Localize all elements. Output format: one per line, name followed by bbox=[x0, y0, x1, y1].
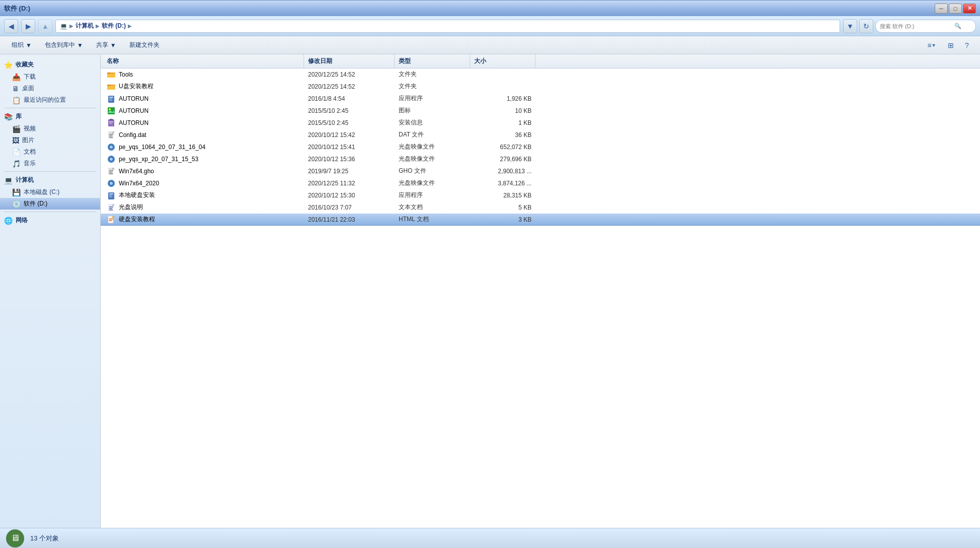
sidebar-header-computer[interactable]: 💻 计算机 bbox=[0, 174, 100, 186]
file-name: U盘安装教程 bbox=[103, 82, 304, 91]
table-row[interactable]: Win7x64_2020 2020/12/25 11:32 光盘映像文件 3,8… bbox=[101, 177, 980, 189]
column-header-size[interactable]: 大小 bbox=[470, 54, 536, 68]
address-bar: ◀ ▶ ▲ 💻 ▶ 计算机 ▶ 软件 (D:) ▶ ▼ ↻ 🔍 bbox=[0, 16, 980, 36]
svg-rect-14 bbox=[110, 119, 113, 120]
file-size: 3 KB bbox=[470, 216, 536, 223]
network-label: 网络 bbox=[16, 216, 28, 225]
file-date: 2020/12/25 14:52 bbox=[304, 83, 395, 90]
svg-rect-31 bbox=[112, 168, 114, 170]
video-icon: 🎬 bbox=[12, 125, 21, 133]
file-icon-5 bbox=[107, 118, 116, 127]
table-row[interactable]: AUTORUN 2015/5/10 2:45 图标 10 KB bbox=[101, 105, 980, 117]
file-type: 光盘映像文件 bbox=[395, 155, 470, 163]
sidebar-item-document[interactable]: 📄 文档 bbox=[0, 146, 100, 158]
new-folder-button[interactable]: 新建文件夹 bbox=[124, 39, 165, 52]
file-date: 2020/10/12 15:42 bbox=[304, 131, 395, 139]
address-path[interactable]: 💻 ▶ 计算机 ▶ 软件 (D:) ▶ bbox=[55, 20, 840, 33]
file-name: AUTORUN bbox=[103, 118, 304, 127]
sidebar-header-favorites[interactable]: ⭐ 收藏夹 bbox=[0, 58, 100, 71]
sidebar-item-downloads[interactable]: 📥 下载 bbox=[0, 71, 100, 83]
table-row[interactable]: Win7x64.gho 2019/9/7 19:25 GHO 文件 2,900,… bbox=[101, 165, 980, 177]
sidebar-item-disk-d[interactable]: 💿 软件 (D:) bbox=[0, 198, 100, 210]
view-dropdown-button[interactable]: ≡ ▼ bbox=[922, 39, 942, 52]
toolbar-right: ≡ ▼ ⊞ ? bbox=[922, 39, 974, 52]
organize-button[interactable]: 组织 ▼ bbox=[6, 39, 37, 52]
include-dropdown-icon: ▼ bbox=[77, 42, 83, 49]
sidebar-item-recent[interactable]: 📋 最近访问的位置 bbox=[0, 94, 100, 106]
library-icon: 📚 bbox=[4, 113, 13, 121]
svg-rect-15 bbox=[109, 121, 113, 122]
table-row[interactable]: 本地硬盘安装 2020/10/12 15:30 应用程序 28,315 KB bbox=[101, 189, 980, 201]
table-row[interactable]: AUTORUN 2016/1/8 4:54 应用程序 1,926 KB bbox=[101, 93, 980, 105]
file-date: 2016/1/8 4:54 bbox=[304, 95, 395, 102]
table-row[interactable]: Tools 2020/12/25 14:52 文件夹 bbox=[101, 68, 980, 81]
file-size: 10 KB bbox=[470, 107, 536, 114]
column-header-name[interactable]: 名称 bbox=[103, 54, 304, 68]
share-button[interactable]: 共享 ▼ bbox=[91, 39, 122, 52]
sidebar-item-music[interactable]: 🎵 音乐 bbox=[0, 158, 100, 169]
separator-1 bbox=[4, 108, 96, 108]
search-button[interactable]: 🔍 bbox=[952, 21, 963, 32]
sidebar-header-library[interactable]: 📚 库 bbox=[0, 110, 100, 123]
svg-rect-46 bbox=[109, 208, 112, 209]
file-date: 2020/12/25 11:32 bbox=[304, 180, 395, 187]
sidebar-header-network[interactable]: 🌐 网络 bbox=[0, 214, 100, 227]
back-button[interactable]: ◀ bbox=[4, 19, 18, 33]
video-label: 视频 bbox=[24, 124, 36, 133]
refresh-button[interactable]: ↻ bbox=[859, 19, 873, 33]
svg-rect-8 bbox=[109, 98, 112, 99]
sidebar-item-video[interactable]: 🎬 视频 bbox=[0, 123, 100, 134]
downloads-label: 下载 bbox=[24, 73, 36, 81]
share-label: 共享 bbox=[96, 41, 108, 49]
path-disk-d[interactable]: 软件 (D:) bbox=[102, 22, 126, 30]
table-row[interactable]: 光盘说明 2016/10/23 7:07 文本文档 5 KB bbox=[101, 201, 980, 214]
address-right: ▼ ↻ 🔍 bbox=[843, 19, 976, 33]
new-folder-label: 新建文件夹 bbox=[129, 41, 160, 49]
svg-rect-51 bbox=[109, 219, 113, 220]
file-icon-10 bbox=[107, 179, 116, 188]
include-library-button[interactable]: 包含到库中 ▼ bbox=[39, 39, 89, 52]
file-icon-6 bbox=[107, 130, 116, 140]
layout-button[interactable]: ⊞ bbox=[944, 39, 958, 52]
column-header-date[interactable]: 修改日期 bbox=[304, 54, 395, 68]
file-size: 1,926 KB bbox=[470, 95, 536, 102]
sidebar-item-picture[interactable]: 🖼 图片 bbox=[0, 134, 100, 146]
file-icon-4 bbox=[107, 106, 116, 115]
minimize-button[interactable]: ─ bbox=[935, 4, 948, 14]
help-button[interactable]: ? bbox=[960, 39, 974, 52]
include-label: 包含到库中 bbox=[45, 41, 75, 49]
up-button[interactable]: ▲ bbox=[38, 19, 52, 33]
file-date: 2020/10/12 15:36 bbox=[304, 156, 395, 163]
file-name: Tools bbox=[103, 70, 304, 79]
search-box[interactable]: 🔍 bbox=[875, 20, 976, 33]
column-header-type[interactable]: 类型 bbox=[395, 54, 470, 68]
table-row[interactable]: pe_yqs_1064_20_07_31_16_04 2020/10/12 15… bbox=[101, 141, 980, 153]
path-computer[interactable]: 计算机 bbox=[76, 22, 94, 30]
file-type: GHO 文件 bbox=[395, 167, 470, 175]
dropdown-button[interactable]: ▼ bbox=[843, 19, 857, 33]
disk-d-label: 软件 (D:) bbox=[24, 199, 47, 208]
table-row[interactable]: pe_yqs_xp_20_07_31_15_53 2020/10/12 15:3… bbox=[101, 153, 980, 165]
forward-button[interactable]: ▶ bbox=[21, 19, 35, 33]
picture-label: 图片 bbox=[22, 136, 34, 145]
table-row[interactable]: AUTORUN 2015/5/10 2:45 安装信息 1 KB bbox=[101, 117, 980, 129]
table-row[interactable]: 硬盘安装教程 2016/11/21 22:03 HTML 文档 3 KB bbox=[101, 214, 980, 226]
sidebar-item-desktop[interactable]: 🖥 桌面 bbox=[0, 83, 100, 94]
maximize-button[interactable]: □ bbox=[949, 4, 962, 14]
title-bar-controls: ─ □ ✕ bbox=[935, 4, 976, 14]
search-input[interactable] bbox=[880, 23, 950, 29]
computer-sidebar-icon: 💻 bbox=[4, 176, 13, 184]
music-icon: 🎵 bbox=[12, 160, 21, 168]
svg-rect-10 bbox=[108, 107, 115, 114]
table-row[interactable]: U盘安装教程 2020/12/25 14:52 文件夹 bbox=[101, 81, 980, 93]
sidebar-item-disk-c[interactable]: 💾 本地磁盘 (C:) bbox=[0, 186, 100, 198]
network-icon: 🌐 bbox=[4, 217, 13, 225]
svg-rect-5 bbox=[107, 86, 115, 90]
close-button[interactable]: ✕ bbox=[963, 4, 976, 14]
file-type: 应用程序 bbox=[395, 191, 470, 199]
table-row[interactable]: Config.dat 2020/10/12 15:42 DAT 文件 36 KB bbox=[101, 129, 980, 141]
file-date: 2020/10/12 15:41 bbox=[304, 144, 395, 151]
svg-rect-2 bbox=[107, 74, 115, 78]
file-type: 光盘映像文件 bbox=[395, 143, 470, 151]
file-date: 2016/10/23 7:07 bbox=[304, 204, 395, 211]
